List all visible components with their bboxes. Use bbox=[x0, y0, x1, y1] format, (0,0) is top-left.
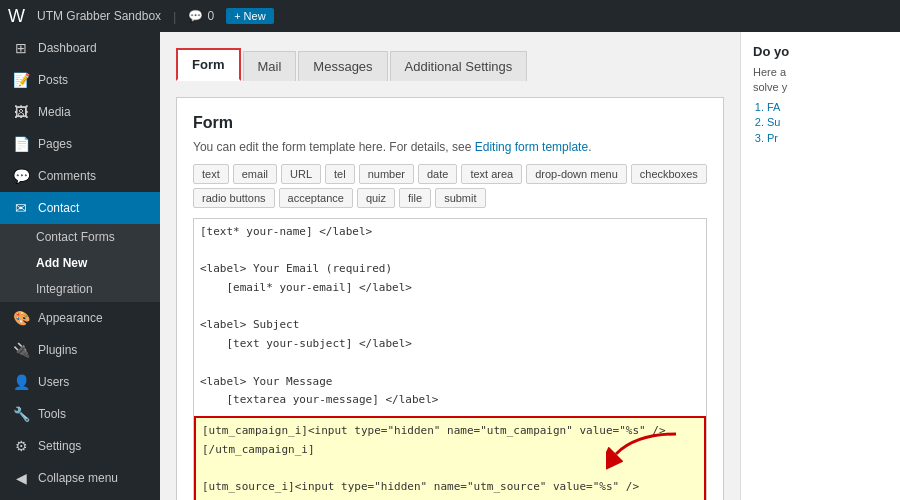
sidebar-item-tools[interactable]: 🔧 Tools bbox=[0, 398, 160, 430]
integration-label: Integration bbox=[36, 282, 93, 296]
sidebar-label-tools: Tools bbox=[38, 407, 66, 421]
editor-line: [email* your-email] </label> bbox=[200, 279, 700, 298]
comments-link[interactable]: 💬 0 bbox=[188, 9, 214, 23]
site-name[interactable]: UTM Grabber Sandbox bbox=[37, 9, 161, 23]
add-new-label: Add New bbox=[36, 256, 87, 270]
editor-normal-lines: [text* your-name] </label> <label> Your … bbox=[194, 219, 706, 414]
tag-text[interactable]: text bbox=[193, 164, 229, 184]
tag-tel[interactable]: tel bbox=[325, 164, 355, 184]
plugins-icon: 🔌 bbox=[12, 342, 30, 358]
editor-line: <label> Subject bbox=[200, 316, 700, 335]
right-panel-line2: solve y bbox=[753, 81, 787, 93]
sidebar-label-media: Media bbox=[38, 105, 71, 119]
sidebar-item-pages[interactable]: 📄 Pages bbox=[0, 128, 160, 160]
dashboard-icon: ⊞ bbox=[12, 40, 30, 56]
right-panel-link-1[interactable]: FA bbox=[767, 101, 780, 113]
contact-icon: ✉ bbox=[12, 200, 30, 216]
new-button[interactable]: + New bbox=[226, 8, 274, 24]
tools-icon: 🔧 bbox=[12, 406, 30, 422]
tag-dropdown[interactable]: drop-down menu bbox=[526, 164, 627, 184]
red-arrow bbox=[606, 424, 686, 487]
form-section: Form You can edit the form template here… bbox=[176, 97, 724, 500]
settings-icon: ⚙ bbox=[12, 438, 30, 454]
sidebar-label-posts: Posts bbox=[38, 73, 68, 87]
sidebar-item-users[interactable]: 👤 Users bbox=[0, 366, 160, 398]
tab-additional-settings[interactable]: Additional Settings bbox=[390, 51, 528, 81]
tag-email[interactable]: email bbox=[233, 164, 277, 184]
comments-count: 0 bbox=[207, 9, 214, 23]
sidebar-label-collapse: Collapse menu bbox=[38, 471, 118, 485]
content-area: Form Mail Messages Additional Settings F… bbox=[160, 32, 740, 500]
sidebar-item-contact[interactable]: ✉ Contact bbox=[0, 192, 160, 224]
form-description: You can edit the form template here. For… bbox=[193, 140, 707, 154]
sidebar-label-dashboard: Dashboard bbox=[38, 41, 97, 55]
collapse-icon: ◀ bbox=[12, 470, 30, 486]
comments-sidebar-icon: 💬 bbox=[12, 168, 30, 184]
editor-line: <label> Your Message bbox=[200, 373, 700, 392]
tag-checkboxes[interactable]: checkboxes bbox=[631, 164, 707, 184]
sidebar-item-appearance[interactable]: 🎨 Appearance bbox=[0, 302, 160, 334]
sidebar-label-users: Users bbox=[38, 375, 69, 389]
tag-textarea[interactable]: text area bbox=[461, 164, 522, 184]
sidebar-item-posts[interactable]: 📝 Posts bbox=[0, 64, 160, 96]
tab-messages[interactable]: Messages bbox=[298, 51, 387, 81]
wp-logo[interactable]: W bbox=[8, 6, 25, 27]
right-panel-title: Do yo bbox=[753, 44, 888, 59]
media-icon: 🖼 bbox=[12, 104, 30, 120]
separator: | bbox=[173, 9, 176, 24]
sidebar-item-plugins[interactable]: 🔌 Plugins bbox=[0, 334, 160, 366]
sidebar-label-pages: Pages bbox=[38, 137, 72, 151]
sidebar-label-plugins: Plugins bbox=[38, 343, 77, 357]
site-name-text: UTM Grabber Sandbox bbox=[37, 9, 161, 23]
tag-radio-buttons[interactable]: radio buttons bbox=[193, 188, 275, 208]
contact-submenu: Contact Forms Add New Integration bbox=[0, 224, 160, 302]
editor-line bbox=[200, 298, 700, 317]
right-panel: Do yo Here a solve y FA Su Pr bbox=[740, 32, 900, 500]
tag-buttons: text email URL tel number date text area… bbox=[193, 164, 707, 208]
highlighted-region: [utm_campaign_i]<input type="hidden" nam… bbox=[194, 414, 706, 500]
sidebar-label-contact: Contact bbox=[38, 201, 79, 215]
tag-file[interactable]: file bbox=[399, 188, 431, 208]
main-layout: ⊞ Dashboard 📝 Posts 🖼 Media 📄 Pages 💬 Co… bbox=[0, 32, 900, 500]
sidebar-item-settings[interactable]: ⚙ Settings bbox=[0, 430, 160, 462]
sidebar-item-add-new[interactable]: Add New bbox=[0, 250, 160, 276]
sidebar-item-integration[interactable]: Integration bbox=[0, 276, 160, 302]
posts-icon: 📝 bbox=[12, 72, 30, 88]
tab-form[interactable]: Form bbox=[176, 48, 241, 81]
right-panel-link-3[interactable]: Pr bbox=[767, 132, 778, 144]
form-description-link[interactable]: Editing form template bbox=[475, 140, 588, 154]
sidebar: ⊞ Dashboard 📝 Posts 🖼 Media 📄 Pages 💬 Co… bbox=[0, 32, 160, 500]
right-panel-text: Here a solve y FA Su Pr bbox=[753, 65, 888, 146]
tag-quiz[interactable]: quiz bbox=[357, 188, 395, 208]
pages-icon: 📄 bbox=[12, 136, 30, 152]
editor-line bbox=[200, 242, 700, 261]
tag-number[interactable]: number bbox=[359, 164, 414, 184]
sidebar-label-settings: Settings bbox=[38, 439, 81, 453]
users-icon: 👤 bbox=[12, 374, 30, 390]
appearance-icon: 🎨 bbox=[12, 310, 30, 326]
wp-logo-icon: W bbox=[8, 6, 25, 27]
editor-line: [text* your-name] </label> bbox=[200, 223, 700, 242]
sidebar-item-media[interactable]: 🖼 Media bbox=[0, 96, 160, 128]
tag-url[interactable]: URL bbox=[281, 164, 321, 184]
tag-submit[interactable]: submit bbox=[435, 188, 485, 208]
sidebar-item-contact-forms[interactable]: Contact Forms bbox=[0, 224, 160, 250]
sidebar-item-dashboard[interactable]: ⊞ Dashboard bbox=[0, 32, 160, 64]
form-editor-wrap: [text* your-name] </label> <label> Your … bbox=[193, 218, 707, 500]
admin-bar: W UTM Grabber Sandbox | 💬 0 + New bbox=[0, 0, 900, 32]
tab-mail[interactable]: Mail bbox=[243, 51, 297, 81]
tag-acceptance[interactable]: acceptance bbox=[279, 188, 353, 208]
contact-forms-label: Contact Forms bbox=[36, 230, 115, 244]
sidebar-item-comments[interactable]: 💬 Comments bbox=[0, 160, 160, 192]
right-panel-link-2[interactable]: Su bbox=[767, 116, 780, 128]
right-panel-line1: Here a bbox=[753, 66, 786, 78]
sidebar-label-appearance: Appearance bbox=[38, 311, 103, 325]
comments-icon: 💬 bbox=[188, 9, 203, 23]
editor-line: [text your-subject] </label> bbox=[200, 335, 700, 354]
sidebar-item-collapse[interactable]: ◀ Collapse menu bbox=[0, 462, 160, 494]
sidebar-label-comments: Comments bbox=[38, 169, 96, 183]
editor-line: [textarea your-message] </label> bbox=[200, 391, 700, 410]
editor-container: [text* your-name] </label> <label> Your … bbox=[194, 219, 706, 500]
tag-date[interactable]: date bbox=[418, 164, 457, 184]
form-title: Form bbox=[193, 114, 707, 132]
